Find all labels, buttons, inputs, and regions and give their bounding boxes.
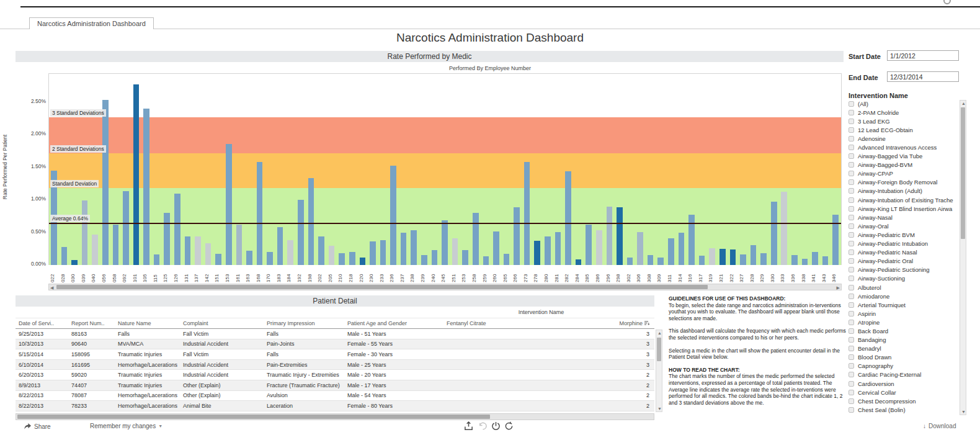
checkbox[interactable] [849,206,854,212]
bar-medic-336[interactable] [791,255,798,265]
bar-medic-092[interactable] [123,191,129,265]
intervention-option[interactable]: Airway-Oral [849,222,955,230]
intervention-option[interactable]: (All) [849,99,955,108]
bar-medic-314[interactable] [679,233,685,265]
bar-medic-170[interactable] [267,252,273,265]
table-row[interactable]: 5/15/2014158095Traumatic InjuriesFall Vi… [16,349,654,360]
bar-medic-258[interactable] [473,213,479,265]
checkbox[interactable] [849,145,854,150]
bar-medic-281[interactable] [555,232,561,265]
intervention-option[interactable]: Blood Drawn [849,353,955,362]
checkbox[interactable] [849,381,854,387]
scroll-right-icon[interactable]: ▶ [837,285,840,290]
table-row[interactable]: 9/25/201388163FallsFall VictimFallsMale … [16,329,654,339]
bar-medic-319[interactable] [709,248,715,265]
intervention-option[interactable]: Cardiac Pacing-External [849,370,955,379]
checkbox[interactable] [849,390,854,395]
checkbox[interactable] [849,110,854,115]
intervention-option[interactable]: Airway-Pediatric BVM [849,230,955,239]
column-header[interactable]: Morphine [586,320,654,327]
bar-medic-327[interactable] [740,254,746,265]
bar-medic-210[interactable] [339,253,345,265]
bar-medic-296[interactable] [607,207,613,265]
column-header[interactable]: Nature Name [115,320,180,326]
bar-medic-230[interactable] [370,241,376,265]
table-row[interactable]: 10/3/201390640MVA/MCAIndustrial Accident… [16,339,654,350]
checkbox[interactable] [849,328,854,334]
checkbox[interactable] [849,258,854,264]
intervention-option[interactable]: Airway-Pediatric Suctioning [849,266,955,274]
refresh-icon[interactable] [504,421,514,431]
bar-medic-192[interactable] [298,200,304,265]
filter-scrollbar-thumb[interactable] [961,107,965,239]
checkbox[interactable] [849,162,854,168]
table-row[interactable]: 6/20/201359020Traumatic InjuriesIndustri… [16,370,654,380]
intervention-option[interactable]: Airway-Intubation (Adult) [849,187,955,195]
intervention-option[interactable]: Adenosine [849,134,955,143]
checkbox[interactable] [849,320,854,325]
intervention-option[interactable]: Atropine [849,318,955,326]
bar-medic-126[interactable] [174,194,180,265]
export-icon[interactable] [464,421,473,431]
intervention-option[interactable]: Back Board [849,326,955,335]
bar-medic-183[interactable] [277,227,283,265]
bar-medic-317[interactable] [699,256,705,265]
intervention-option[interactable]: Airway-Nasal [849,213,955,222]
download-button[interactable]: ↓ Download [923,423,956,429]
bar-medic-236[interactable] [390,166,396,265]
chart-scrollbar-thumb[interactable] [56,285,708,289]
checkbox[interactable] [849,188,854,194]
checkbox[interactable] [849,179,854,185]
bar-medic-233[interactable] [380,240,386,265]
bar-medic-105[interactable] [143,109,149,265]
bar-medic-028[interactable] [61,247,68,265]
bar-medic-298[interactable] [617,207,623,265]
bar-medic-251[interactable] [452,238,458,265]
checkbox[interactable] [849,346,854,351]
bar-medic-266[interactable] [514,207,520,265]
bar-medic-240[interactable] [432,250,438,265]
bar-medic-137[interactable] [195,236,201,265]
checkbox[interactable] [849,276,854,281]
bar-medic-153[interactable] [226,144,232,265]
scroll-up-icon[interactable]: ▲ [961,101,966,106]
table-row[interactable]: 8/22/201378087Hemorhage/LacerationsOther… [16,391,654,402]
bar-medic-309[interactable] [657,258,664,265]
table-horizontal-scrollbar[interactable] [16,413,654,420]
tab-narcotics-dashboard[interactable]: Narcotics Administration Dashboard [29,17,154,29]
bar-medic-039[interactable] [82,200,88,265]
bar-medic-328[interactable] [751,245,757,265]
table-row[interactable]: 8/9/201374407Traumatic InjuriesOther (Ex… [16,380,654,391]
bar-medic-322[interactable] [730,249,736,265]
bar-medic-184[interactable] [287,240,293,265]
bar-medic-168[interactable] [257,162,263,265]
scroll-left-icon[interactable]: ◀ [50,285,53,290]
checkbox[interactable] [849,215,854,220]
intervention-option[interactable]: Advanced Intravenous Access [849,143,955,151]
bar-medic-260[interactable] [493,231,499,265]
bar-medic-265[interactable] [504,254,510,265]
scroll-down-icon[interactable]: ▼ [657,406,662,411]
bar-medic-058[interactable] [113,225,119,265]
bar-medic-338[interactable] [802,259,808,265]
intervention-option[interactable]: Cardioversion [849,379,955,388]
sort-icon[interactable] [644,321,649,327]
intervention-option[interactable]: Amiodarone [849,292,955,300]
table-hscrollbar-thumb[interactable] [17,415,490,419]
checkbox[interactable] [849,372,854,377]
intervention-option[interactable]: Airway-Intubation of Exisiting Trache [849,195,955,204]
bar-medic-280[interactable] [545,236,551,265]
column-header[interactable]: Fentanyl Citrate [443,320,586,326]
intervention-option[interactable]: Airway-Bagged Via Tube [849,152,955,161]
share-button[interactable]: Share [24,423,51,430]
intervention-option[interactable]: Airway-King LT Blind Insertion Airwa [849,204,955,213]
checkbox[interactable] [849,119,854,124]
bar-medic-142[interactable] [205,243,212,265]
intervention-option[interactable]: Bandaging [849,336,955,344]
filter-list-scrollbar[interactable]: ▲ ▼ [960,100,966,415]
bar-medic-259[interactable] [483,256,489,265]
chart-horizontal-scrollbar[interactable]: ◀ ▶ [48,284,842,290]
intervention-option[interactable]: Airway-Pediatric Nasal [849,248,955,257]
bar-medic-131[interactable] [185,236,191,265]
checkbox[interactable] [849,127,854,133]
